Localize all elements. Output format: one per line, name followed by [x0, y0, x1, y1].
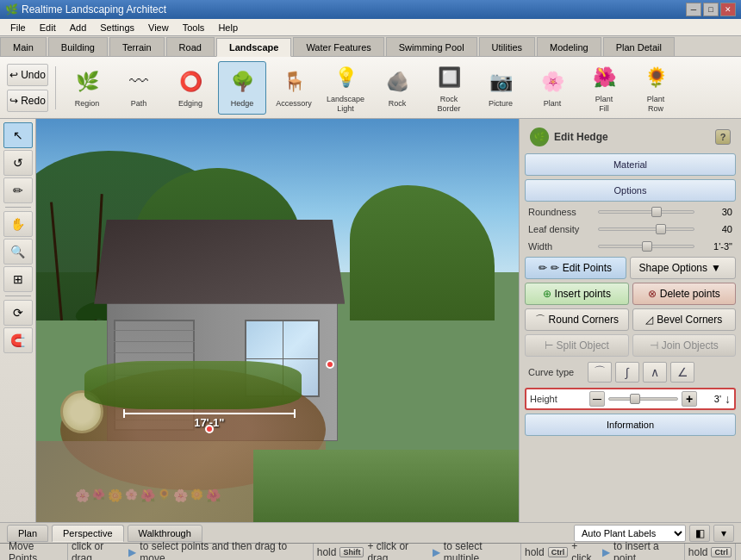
sidebar-orbit-tool[interactable]: ↺ — [3, 150, 33, 176]
plant-label-select[interactable]: Auto Plant Labels Manual Plant Labels No… — [574, 525, 686, 542]
edit-point-2[interactable] — [205, 425, 214, 433]
width-track[interactable] — [598, 245, 694, 248]
undo-button[interactable]: ↩ Undo — [7, 64, 48, 86]
maximize-button[interactable]: □ — [703, 3, 719, 16]
tool-picture[interactable]: 📷 Picture — [476, 61, 525, 115]
curve-btn-3[interactable]: ∧ — [643, 362, 667, 383]
tab-main[interactable]: Main — [0, 37, 47, 56]
status-insert-text: to insert a point — [613, 540, 681, 561]
curve-btn-2[interactable]: ∫ — [615, 362, 639, 383]
bevel-corners-button[interactable]: ◿ Bevel Corners — [632, 308, 737, 331]
insert-label: Insert points — [555, 288, 611, 300]
menu-file[interactable]: File — [3, 21, 33, 34]
redo-button[interactable]: ↪ Redo — [7, 90, 48, 112]
status-move-points: Move Points — [5, 544, 68, 560]
tool-plant-row[interactable]: 🌻 PlantRow — [632, 61, 680, 115]
height-minus-button[interactable]: ─ — [589, 391, 605, 407]
sidebar-pencil-tool[interactable]: ✏ — [3, 177, 33, 203]
split-object-button[interactable]: ⊢ Split Object — [525, 334, 629, 357]
height-thumb[interactable] — [630, 394, 640, 404]
roundness-track[interactable] — [598, 210, 694, 214]
tool-region[interactable]: 🌿 Region — [63, 61, 111, 115]
join-objects-button[interactable]: ⊣ Join Objects — [632, 334, 737, 357]
sidebar-separator-1 — [5, 207, 31, 208]
menu-edit[interactable]: Edit — [33, 21, 63, 34]
view-perspective[interactable]: Perspective — [52, 525, 123, 542]
tab-swimming-pool[interactable]: Swimming Pool — [386, 37, 477, 56]
tab-terrain[interactable]: Terrain — [109, 37, 165, 56]
menu-settings[interactable]: Settings — [93, 21, 141, 34]
sidebar-rotate-tool[interactable]: ⟳ — [3, 300, 33, 326]
height-label: Height — [530, 394, 586, 404]
tool-plant[interactable]: 🌸 Plant — [528, 61, 576, 115]
sidebar-magnet-tool[interactable]: 🧲 — [3, 327, 33, 353]
tabbar: Main Building Terrain Road Landscape Wat… — [0, 36, 741, 57]
shape-options-arrow: ▼ — [711, 262, 721, 274]
status-click-drag: click or drag — [72, 540, 125, 561]
material-button[interactable]: Material — [525, 153, 736, 176]
tool-path[interactable]: 〰 Path — [115, 61, 163, 115]
height-plus-button[interactable]: + — [682, 391, 697, 407]
tool-edging[interactable]: ⭕ Edging — [166, 61, 215, 115]
tool-plant-fill[interactable]: 🌺 PlantFill — [580, 61, 628, 115]
edit-points-button[interactable]: ✏ ✏ Edit Points — [525, 257, 626, 279]
tab-plan-detail[interactable]: Plan Detail — [603, 37, 675, 56]
menu-tools[interactable]: Tools — [176, 21, 212, 34]
tab-building[interactable]: Building — [48, 37, 108, 56]
menu-help[interactable]: Help — [211, 21, 245, 34]
titlebar-controls[interactable]: ─ □ ✕ — [686, 3, 736, 16]
sidebar-select-tool[interactable]: ↖ — [3, 122, 33, 148]
tab-landscape[interactable]: Landscape — [216, 38, 291, 57]
viewport[interactable]: 🌸🌺🌼🌸🌺🌻🌸🌼🌺 17'-1" — [36, 119, 519, 522]
tool-landscape-light[interactable]: 💡 LandscapeLight — [321, 61, 370, 115]
tool-rock[interactable]: 🪨 Rock — [373, 61, 421, 115]
shape-options-label: Shape Options — [639, 262, 707, 274]
tab-water-features[interactable]: Water Features — [293, 37, 383, 56]
panel-header: 🌿 Edit Hedge ? — [525, 124, 736, 150]
plant-label-btn-2[interactable]: ▾ — [713, 525, 734, 542]
height-track[interactable] — [608, 397, 678, 401]
leaf-density-thumb[interactable] — [656, 224, 666, 234]
curve-btn-4[interactable]: ∠ — [670, 362, 694, 383]
insert-points-button[interactable]: ⊕ Insert points — [525, 283, 629, 305]
tool-hedge[interactable]: 🌳 Hedge — [218, 61, 266, 115]
rock-icon: 🪨 — [382, 66, 413, 97]
hedge-label: Hedge — [231, 99, 254, 109]
insert-icon: ⊕ — [543, 288, 551, 300]
tab-utilities[interactable]: Utilities — [479, 37, 535, 56]
tool-rock-border[interactable]: 🔲 RockBorder — [425, 61, 473, 115]
measure-line — [123, 413, 296, 414]
corners-row: ⌒ Round Corners ◿ Bevel Corners — [525, 308, 736, 331]
round-corners-button[interactable]: ⌒ Round Corners — [525, 308, 629, 331]
status-ctrl-seg-2: hold Ctrl — [685, 544, 736, 560]
menu-view[interactable]: View — [141, 21, 176, 34]
view-plan[interactable]: Plan — [7, 525, 48, 542]
status-shift-seg: hold Shift + click or drag ▶ to select m… — [314, 544, 521, 560]
sidebar-hand-tool[interactable]: ✋ — [3, 211, 33, 237]
height-value: 3' — [701, 394, 721, 404]
tool-accessory[interactable]: 🪑 Accessory — [270, 61, 318, 115]
status-plus-click-2: + click — [571, 540, 599, 561]
view-walkthrough[interactable]: Walkthrough — [128, 525, 202, 542]
measure-end-right — [294, 409, 296, 418]
sidebar-zoom-tool[interactable]: 🔍 — [3, 239, 33, 264]
menu-add[interactable]: Add — [63, 21, 94, 34]
leaf-density-track[interactable] — [598, 227, 694, 231]
curve-btn-1[interactable]: ⌒ — [588, 362, 612, 383]
minimize-button[interactable]: ─ — [686, 3, 701, 16]
information-button[interactable]: Information — [525, 414, 736, 436]
split-label: Split Object — [557, 339, 609, 352]
shape-options-button[interactable]: Shape Options ▼ — [630, 257, 737, 279]
help-button[interactable]: ? — [715, 129, 731, 145]
options-button[interactable]: Options — [525, 179, 736, 202]
sidebar-zoom-extent-tool[interactable]: ⊞ — [3, 266, 33, 292]
close-button[interactable]: ✕ — [720, 3, 736, 16]
plant-label-btn-1[interactable]: ◧ — [689, 525, 710, 542]
plant-row-icon: 🌻 — [640, 62, 671, 93]
delete-points-button[interactable]: ⊗ Delete points — [632, 283, 737, 305]
width-thumb[interactable] — [642, 241, 652, 252]
roundness-thumb[interactable] — [651, 207, 662, 217]
shift-key: Shift — [339, 547, 364, 557]
tab-modeling[interactable]: Modeling — [537, 37, 601, 56]
tab-road[interactable]: Road — [166, 37, 215, 56]
